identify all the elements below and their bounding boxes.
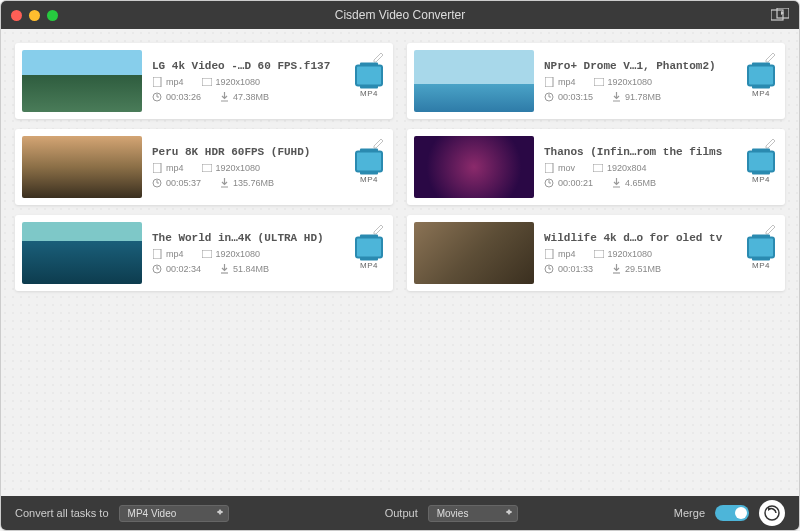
maximize-window-button[interactable] — [47, 10, 58, 21]
media-library-button[interactable] — [771, 8, 789, 22]
resolution-icon — [594, 249, 604, 259]
video-title: NPro+ Drome V…1, Phantom2) — [544, 60, 778, 72]
close-window-button[interactable] — [11, 10, 22, 21]
video-duration: 00:05:37 — [152, 178, 201, 188]
download-icon — [219, 264, 229, 274]
video-thumbnail[interactable] — [22, 222, 142, 284]
video-thumbnail[interactable] — [414, 136, 534, 198]
edit-button[interactable] — [373, 135, 387, 149]
convert-all-label: Convert all tasks to — [15, 507, 109, 519]
format-icon — [355, 151, 383, 173]
video-info: Thanos (Infin…rom the films mov 1920x804… — [544, 136, 778, 198]
resolution-icon — [202, 163, 212, 173]
svg-rect-32 — [202, 250, 212, 258]
output-format-button[interactable]: MP4 — [747, 151, 775, 184]
merge-toggle[interactable] — [715, 505, 749, 521]
download-icon — [219, 178, 229, 188]
output-folder-select[interactable]: Movies — [428, 505, 518, 522]
video-filesize: 4.65MB — [611, 178, 656, 188]
resolution-icon — [202, 249, 212, 259]
start-convert-button[interactable] — [759, 500, 785, 526]
window-controls — [11, 10, 58, 21]
file-icon — [152, 77, 162, 87]
video-format: mp4 — [152, 77, 184, 87]
video-filesize: 47.38MB — [219, 92, 269, 102]
edit-button[interactable] — [765, 135, 779, 149]
video-duration: 00:03:26 — [152, 92, 201, 102]
download-icon — [611, 92, 621, 102]
output-format-select[interactable]: MP4 Video — [119, 505, 229, 522]
clock-icon — [152, 264, 162, 274]
minimize-window-button[interactable] — [29, 10, 40, 21]
output-format-label: MP4 — [752, 175, 770, 184]
video-thumbnail[interactable] — [22, 50, 142, 112]
video-title: Thanos (Infin…rom the films — [544, 146, 778, 158]
video-resolution: 1920x1080 — [594, 77, 653, 87]
video-title: Wildlife 4k d…o for oled tv — [544, 232, 778, 244]
video-card[interactable]: Wildlife 4k d…o for oled tv mp4 1920x108… — [407, 215, 785, 291]
video-filesize: 91.78MB — [611, 92, 661, 102]
file-icon — [152, 163, 162, 173]
output-format-label: MP4 — [752, 89, 770, 98]
clock-icon — [544, 178, 554, 188]
titlebar: Cisdem Video Converter — [1, 1, 799, 29]
clock-icon — [544, 264, 554, 274]
clock-icon — [152, 92, 162, 102]
download-icon — [611, 264, 621, 274]
video-card[interactable]: Peru 8K HDR 60FPS (FUHD) mp4 1920x1080 0… — [15, 129, 393, 205]
output-format-button[interactable]: MP4 — [747, 65, 775, 98]
edit-button[interactable] — [765, 49, 779, 63]
merge-label: Merge — [674, 507, 705, 519]
format-icon — [355, 237, 383, 259]
output-format-button[interactable]: MP4 — [355, 237, 383, 270]
format-icon — [355, 65, 383, 87]
edit-button[interactable] — [373, 49, 387, 63]
resolution-icon — [202, 77, 212, 87]
output-folder-label: Output — [385, 507, 418, 519]
video-format: mp4 — [152, 163, 184, 173]
output-format-button[interactable]: MP4 — [747, 237, 775, 270]
video-title: Peru 8K HDR 60FPS (FUHD) — [152, 146, 386, 158]
video-resolution: 1920x804 — [593, 163, 647, 173]
clock-icon — [544, 92, 554, 102]
download-icon — [611, 178, 621, 188]
video-resolution: 1920x1080 — [202, 163, 261, 173]
output-format-label: MP4 — [752, 261, 770, 270]
video-title: LG 4k Video -…D 60 FPS.f137 — [152, 60, 386, 72]
output-format-button[interactable]: MP4 — [355, 65, 383, 98]
svg-rect-17 — [153, 163, 161, 173]
video-resolution: 1920x1080 — [594, 249, 653, 259]
edit-button[interactable] — [373, 221, 387, 235]
video-duration: 00:01:33 — [544, 264, 593, 274]
video-format: mp4 — [152, 249, 184, 259]
svg-rect-24 — [545, 163, 553, 173]
app-window: Cisdem Video Converter LG 4k Video -…D 6… — [0, 0, 800, 531]
video-card[interactable]: Thanos (Infin…rom the films mov 1920x804… — [407, 129, 785, 205]
video-info: The World in…4K (ULTRA HD) mp4 1920x1080… — [152, 222, 386, 284]
svg-marker-46 — [768, 507, 771, 511]
video-card[interactable]: LG 4k Video -…D 60 FPS.f137 mp4 1920x108… — [15, 43, 393, 119]
video-filesize: 135.76MB — [219, 178, 274, 188]
video-info: Wildlife 4k d…o for oled tv mp4 1920x108… — [544, 222, 778, 284]
video-info: LG 4k Video -…D 60 FPS.f137 mp4 1920x108… — [152, 50, 386, 112]
video-thumbnail[interactable] — [22, 136, 142, 198]
video-card[interactable]: The World in…4K (ULTRA HD) mp4 1920x1080… — [15, 215, 393, 291]
format-icon — [747, 237, 775, 259]
output-format-button[interactable]: MP4 — [355, 151, 383, 184]
video-format: mov — [544, 163, 575, 173]
video-thumbnail[interactable] — [414, 50, 534, 112]
svg-rect-25 — [593, 164, 603, 172]
svg-rect-10 — [545, 77, 553, 87]
edit-button[interactable] — [765, 221, 779, 235]
svg-rect-38 — [545, 249, 553, 259]
svg-rect-4 — [202, 78, 212, 86]
svg-rect-18 — [202, 164, 212, 172]
video-grid: LG 4k Video -…D 60 FPS.f137 mp4 1920x108… — [15, 43, 785, 291]
video-filesize: 29.51MB — [611, 264, 661, 274]
video-duration: 00:03:15 — [544, 92, 593, 102]
svg-rect-31 — [153, 249, 161, 259]
svg-rect-39 — [594, 250, 604, 258]
video-filesize: 51.84MB — [219, 264, 269, 274]
video-card[interactable]: NPro+ Drome V…1, Phantom2) mp4 1920x1080… — [407, 43, 785, 119]
video-thumbnail[interactable] — [414, 222, 534, 284]
